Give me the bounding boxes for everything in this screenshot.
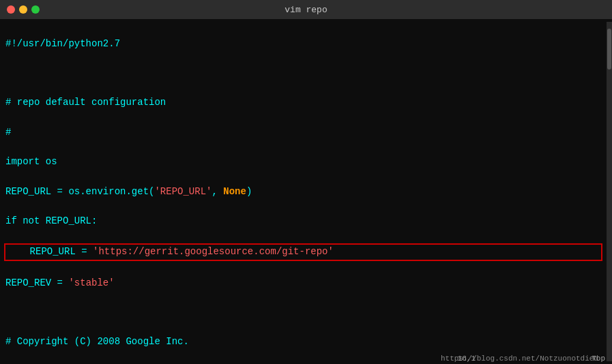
- window-title: vim repo: [285, 5, 327, 15]
- scrollbar[interactable]: [607, 22, 612, 361]
- line-5: import os: [5, 155, 601, 170]
- line-8-highlighted: REPO_URL = 'https://gerrit.googlesource.…: [4, 243, 602, 261]
- line-11: # Copyright (C) 2008 Google Inc.: [5, 335, 601, 350]
- cursor-position: 16,1: [458, 354, 476, 363]
- line-4: #: [5, 125, 601, 140]
- line-3: # repo default configuration: [5, 95, 601, 110]
- minimize-button[interactable]: [19, 5, 27, 14]
- editor: #!/usr/bin/python2.7 # repo default conf…: [0, 19, 612, 364]
- line-10: [5, 305, 601, 320]
- titlebar: vim repo: [0, 0, 612, 19]
- close-button[interactable]: [7, 5, 15, 14]
- line-2: [5, 66, 601, 81]
- traffic-lights: [7, 5, 40, 14]
- line-9: REPO_REV = 'stable': [5, 276, 601, 291]
- code-content[interactable]: #!/usr/bin/python2.7 # repo default conf…: [0, 22, 607, 361]
- vim-position-label: Top: [592, 354, 605, 363]
- maximize-button[interactable]: [31, 5, 40, 14]
- line-7: if not REPO_URL:: [5, 214, 601, 229]
- scrollbar-thumb[interactable]: [607, 29, 611, 70]
- line-1: #!/usr/bin/python2.7: [5, 37, 601, 52]
- line-6: REPO_URL = os.environ.get('REPO_URL', No…: [5, 185, 601, 200]
